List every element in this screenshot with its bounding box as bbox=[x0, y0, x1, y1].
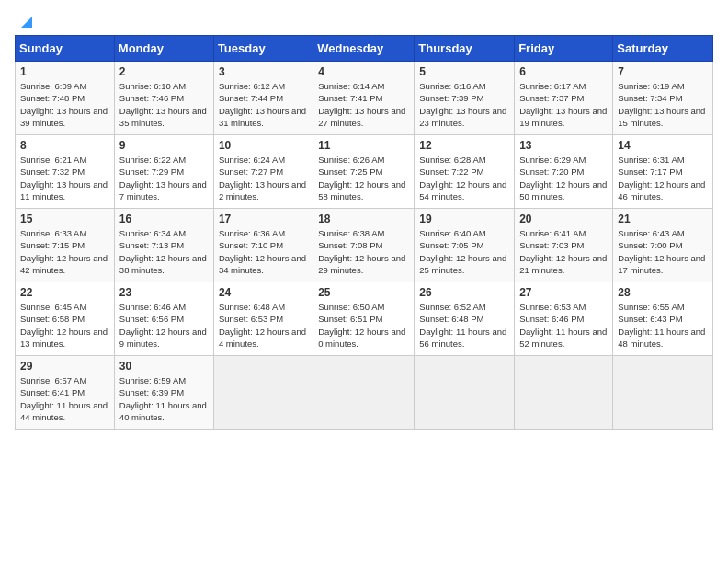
day-number: 1 bbox=[20, 65, 109, 78]
day-info: Sunrise: 6:52 AMSunset: 6:48 PMDaylight:… bbox=[419, 302, 506, 349]
day-number: 19 bbox=[419, 213, 509, 225]
day-info: Sunrise: 6:28 AMSunset: 7:22 PMDaylight:… bbox=[419, 155, 506, 201]
calendar-cell: 11 Sunrise: 6:26 AMSunset: 7:25 PMDaylig… bbox=[313, 135, 415, 209]
calendar-week-row: 8 Sunrise: 6:21 AMSunset: 7:32 PMDayligh… bbox=[16, 135, 713, 209]
calendar-cell bbox=[313, 356, 415, 430]
day-info: Sunrise: 6:22 AMSunset: 7:29 PMDaylight:… bbox=[119, 155, 207, 201]
calendar-cell: 22 Sunrise: 6:45 AMSunset: 6:58 PMDaylig… bbox=[16, 282, 115, 356]
day-info: Sunrise: 6:40 AMSunset: 7:05 PMDaylight:… bbox=[419, 228, 506, 275]
svg-marker-0 bbox=[21, 17, 32, 28]
calendar-cell: 5 Sunrise: 6:16 AMSunset: 7:39 PMDayligh… bbox=[415, 62, 515, 135]
col-header-sunday: Sunday bbox=[16, 36, 115, 62]
calendar-cell: 13 Sunrise: 6:29 AMSunset: 7:20 PMDaylig… bbox=[515, 135, 613, 209]
calendar-cell bbox=[415, 356, 515, 430]
day-number: 9 bbox=[119, 139, 209, 152]
day-info: Sunrise: 6:33 AMSunset: 7:15 PMDaylight:… bbox=[20, 228, 108, 275]
day-info: Sunrise: 6:16 AMSunset: 7:39 PMDaylight:… bbox=[419, 81, 506, 128]
calendar-week-row: 1 Sunrise: 6:09 AMSunset: 7:48 PMDayligh… bbox=[16, 62, 713, 135]
col-header-tuesday: Tuesday bbox=[213, 36, 313, 62]
calendar-cell: 25 Sunrise: 6:50 AMSunset: 6:51 PMDaylig… bbox=[313, 282, 415, 356]
col-header-wednesday: Wednesday bbox=[313, 36, 415, 62]
day-info: Sunrise: 6:50 AMSunset: 6:51 PMDaylight:… bbox=[318, 302, 405, 349]
day-info: Sunrise: 6:53 AMSunset: 6:46 PMDaylight:… bbox=[519, 302, 607, 349]
calendar-header-row: SundayMondayTuesdayWednesdayThursdayFrid… bbox=[16, 36, 713, 62]
day-number: 24 bbox=[219, 286, 308, 299]
calendar-cell: 2 Sunrise: 6:10 AMSunset: 7:46 PMDayligh… bbox=[114, 62, 213, 135]
day-info: Sunrise: 6:10 AMSunset: 7:46 PMDaylight:… bbox=[119, 81, 207, 128]
day-info: Sunrise: 6:21 AMSunset: 7:32 PMDaylight:… bbox=[20, 155, 108, 201]
day-number: 30 bbox=[119, 360, 209, 373]
day-info: Sunrise: 6:46 AMSunset: 6:56 PMDaylight:… bbox=[119, 302, 207, 349]
calendar-cell: 18 Sunrise: 6:38 AMSunset: 7:08 PMDaylig… bbox=[313, 209, 415, 282]
day-number: 10 bbox=[219, 139, 308, 152]
calendar-cell: 19 Sunrise: 6:40 AMSunset: 7:05 PMDaylig… bbox=[415, 209, 515, 282]
calendar-cell: 14 Sunrise: 6:31 AMSunset: 7:17 PMDaylig… bbox=[613, 135, 713, 209]
day-info: Sunrise: 6:24 AMSunset: 7:27 PMDaylight:… bbox=[219, 155, 306, 201]
calendar-cell: 24 Sunrise: 6:48 AMSunset: 6:53 PMDaylig… bbox=[213, 282, 313, 356]
calendar-cell: 3 Sunrise: 6:12 AMSunset: 7:44 PMDayligh… bbox=[213, 62, 313, 135]
day-info: Sunrise: 6:43 AMSunset: 7:00 PMDaylight:… bbox=[618, 228, 705, 275]
calendar-cell: 9 Sunrise: 6:22 AMSunset: 7:29 PMDayligh… bbox=[114, 135, 213, 209]
calendar-cell: 21 Sunrise: 6:43 AMSunset: 7:00 PMDaylig… bbox=[613, 209, 713, 282]
day-info: Sunrise: 6:36 AMSunset: 7:10 PMDaylight:… bbox=[219, 228, 306, 275]
day-info: Sunrise: 6:38 AMSunset: 7:08 PMDaylight:… bbox=[318, 228, 405, 275]
calendar-cell bbox=[213, 356, 313, 430]
calendar-week-row: 22 Sunrise: 6:45 AMSunset: 6:58 PMDaylig… bbox=[16, 282, 713, 356]
day-number: 15 bbox=[20, 213, 109, 225]
calendar-week-row: 15 Sunrise: 6:33 AMSunset: 7:15 PMDaylig… bbox=[16, 209, 713, 282]
day-number: 4 bbox=[318, 65, 409, 78]
calendar-cell: 4 Sunrise: 6:14 AMSunset: 7:41 PMDayligh… bbox=[313, 62, 415, 135]
day-number: 2 bbox=[119, 65, 209, 78]
calendar-cell: 28 Sunrise: 6:55 AMSunset: 6:43 PMDaylig… bbox=[613, 282, 713, 356]
day-number: 8 bbox=[20, 139, 109, 152]
day-info: Sunrise: 6:12 AMSunset: 7:44 PMDaylight:… bbox=[219, 81, 306, 128]
day-number: 26 bbox=[419, 286, 509, 299]
day-info: Sunrise: 6:41 AMSunset: 7:03 PMDaylight:… bbox=[519, 228, 607, 275]
day-info: Sunrise: 6:45 AMSunset: 6:58 PMDaylight:… bbox=[20, 302, 108, 349]
day-number: 5 bbox=[419, 65, 509, 78]
day-info: Sunrise: 6:55 AMSunset: 6:43 PMDaylight:… bbox=[618, 302, 705, 349]
calendar-body: 1 Sunrise: 6:09 AMSunset: 7:48 PMDayligh… bbox=[16, 62, 713, 430]
day-info: Sunrise: 6:26 AMSunset: 7:25 PMDaylight:… bbox=[318, 155, 405, 201]
calendar-cell: 16 Sunrise: 6:34 AMSunset: 7:13 PMDaylig… bbox=[114, 209, 213, 282]
col-header-monday: Monday bbox=[114, 36, 213, 62]
calendar-cell: 10 Sunrise: 6:24 AMSunset: 7:27 PMDaylig… bbox=[213, 135, 313, 209]
calendar-cell: 20 Sunrise: 6:41 AMSunset: 7:03 PMDaylig… bbox=[515, 209, 613, 282]
calendar-cell: 7 Sunrise: 6:19 AMSunset: 7:34 PMDayligh… bbox=[613, 62, 713, 135]
calendar-cell bbox=[613, 356, 713, 430]
day-info: Sunrise: 6:57 AMSunset: 6:41 PMDaylight:… bbox=[20, 375, 108, 422]
day-number: 28 bbox=[618, 286, 708, 299]
day-number: 12 bbox=[419, 139, 509, 152]
page-header bbox=[15, 15, 713, 29]
calendar-table: SundayMondayTuesdayWednesdayThursdayFrid… bbox=[15, 35, 713, 430]
calendar-cell: 17 Sunrise: 6:36 AMSunset: 7:10 PMDaylig… bbox=[213, 209, 313, 282]
calendar-cell: 30 Sunrise: 6:59 AMSunset: 6:39 PMDaylig… bbox=[114, 356, 213, 430]
day-number: 29 bbox=[20, 360, 109, 373]
calendar-week-row: 29 Sunrise: 6:57 AMSunset: 6:41 PMDaylig… bbox=[16, 356, 713, 430]
logo bbox=[15, 15, 32, 29]
day-info: Sunrise: 6:59 AMSunset: 6:39 PMDaylight:… bbox=[119, 375, 207, 422]
calendar-cell: 23 Sunrise: 6:46 AMSunset: 6:56 PMDaylig… bbox=[114, 282, 213, 356]
day-info: Sunrise: 6:14 AMSunset: 7:41 PMDaylight:… bbox=[318, 81, 405, 128]
day-number: 27 bbox=[519, 286, 608, 299]
logo-icon bbox=[16, 15, 32, 29]
day-number: 23 bbox=[119, 286, 209, 299]
calendar-cell: 8 Sunrise: 6:21 AMSunset: 7:32 PMDayligh… bbox=[16, 135, 115, 209]
day-info: Sunrise: 6:29 AMSunset: 7:20 PMDaylight:… bbox=[519, 155, 607, 201]
day-info: Sunrise: 6:31 AMSunset: 7:17 PMDaylight:… bbox=[618, 155, 705, 201]
day-number: 7 bbox=[618, 65, 708, 78]
day-info: Sunrise: 6:17 AMSunset: 7:37 PMDaylight:… bbox=[519, 81, 607, 128]
day-info: Sunrise: 6:09 AMSunset: 7:48 PMDaylight:… bbox=[20, 81, 108, 128]
day-number: 21 bbox=[618, 213, 708, 225]
calendar-cell: 27 Sunrise: 6:53 AMSunset: 6:46 PMDaylig… bbox=[515, 282, 613, 356]
col-header-thursday: Thursday bbox=[415, 36, 515, 62]
day-number: 18 bbox=[318, 213, 409, 225]
calendar-cell: 6 Sunrise: 6:17 AMSunset: 7:37 PMDayligh… bbox=[515, 62, 613, 135]
day-number: 14 bbox=[618, 139, 708, 152]
calendar-cell bbox=[515, 356, 613, 430]
day-info: Sunrise: 6:19 AMSunset: 7:34 PMDaylight:… bbox=[618, 81, 705, 128]
calendar-cell: 15 Sunrise: 6:33 AMSunset: 7:15 PMDaylig… bbox=[16, 209, 115, 282]
calendar-cell: 26 Sunrise: 6:52 AMSunset: 6:48 PMDaylig… bbox=[415, 282, 515, 356]
day-info: Sunrise: 6:34 AMSunset: 7:13 PMDaylight:… bbox=[119, 228, 207, 275]
col-header-friday: Friday bbox=[515, 36, 613, 62]
